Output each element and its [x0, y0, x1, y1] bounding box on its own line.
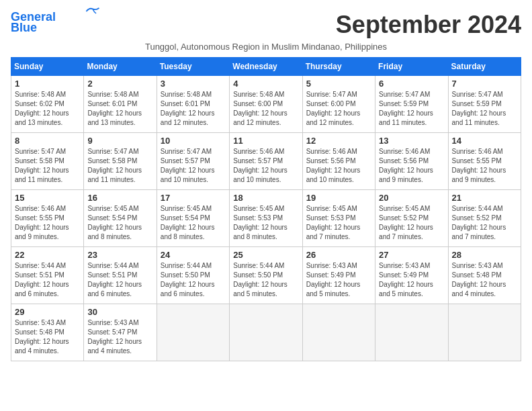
- day-number: 2: [87, 79, 152, 89]
- weekday-header-sunday: Sunday: [11, 58, 84, 76]
- day-number: 22: [15, 250, 80, 260]
- day-info: Sunrise: 5:47 AM Sunset: 5:58 PM Dayligh…: [87, 147, 152, 185]
- day-number: 6: [379, 79, 444, 89]
- calendar-cell: 24 Sunrise: 5:44 AM Sunset: 5:50 PM Dayl…: [157, 247, 229, 304]
- day-info: Sunrise: 5:47 AM Sunset: 6:00 PM Dayligh…: [306, 90, 371, 128]
- day-number: 21: [452, 193, 517, 203]
- day-info: Sunrise: 5:48 AM Sunset: 6:02 PM Dayligh…: [15, 90, 80, 128]
- calendar-cell: [157, 304, 229, 361]
- day-info: Sunrise: 5:43 AM Sunset: 5:49 PM Dayligh…: [306, 261, 371, 299]
- day-info: Sunrise: 5:44 AM Sunset: 5:51 PM Dayligh…: [87, 261, 152, 299]
- day-number: 5: [306, 79, 371, 89]
- calendar-cell: 1 Sunrise: 5:48 AM Sunset: 6:02 PM Dayli…: [11, 76, 84, 133]
- calendar-cell: 21 Sunrise: 5:44 AM Sunset: 5:52 PM Dayl…: [448, 190, 521, 247]
- weekday-header-saturday: Saturday: [448, 58, 521, 76]
- calendar-week-2: 8 Sunrise: 5:47 AM Sunset: 5:58 PM Dayli…: [11, 133, 521, 190]
- day-info: Sunrise: 5:45 AM Sunset: 5:53 PM Dayligh…: [306, 204, 371, 242]
- calendar-cell: [375, 304, 448, 361]
- calendar-cell: [302, 304, 375, 361]
- day-info: Sunrise: 5:44 AM Sunset: 5:51 PM Dayligh…: [15, 261, 80, 299]
- day-info: Sunrise: 5:45 AM Sunset: 5:53 PM Dayligh…: [233, 204, 298, 242]
- calendar-week-3: 15 Sunrise: 5:46 AM Sunset: 5:55 PM Dayl…: [11, 190, 521, 247]
- calendar-cell: 18 Sunrise: 5:45 AM Sunset: 5:53 PM Dayl…: [230, 190, 302, 247]
- day-info: Sunrise: 5:45 AM Sunset: 5:54 PM Dayligh…: [161, 204, 226, 242]
- header: General Blue September 2024: [11, 11, 521, 39]
- day-info: Sunrise: 5:44 AM Sunset: 5:50 PM Dayligh…: [161, 261, 226, 299]
- calendar-cell: 30 Sunrise: 5:43 AM Sunset: 5:47 PM Dayl…: [84, 304, 157, 361]
- calendar-cell: 8 Sunrise: 5:47 AM Sunset: 5:58 PM Dayli…: [11, 133, 84, 190]
- day-info: Sunrise: 5:46 AM Sunset: 5:56 PM Dayligh…: [306, 147, 371, 185]
- calendar-cell: 17 Sunrise: 5:45 AM Sunset: 5:54 PM Dayl…: [157, 190, 229, 247]
- day-number: 14: [452, 136, 517, 146]
- day-info: Sunrise: 5:48 AM Sunset: 6:00 PM Dayligh…: [233, 90, 298, 128]
- calendar-cell: 22 Sunrise: 5:44 AM Sunset: 5:51 PM Dayl…: [11, 247, 84, 304]
- calendar-cell: 2 Sunrise: 5:48 AM Sunset: 6:01 PM Dayli…: [84, 76, 157, 133]
- day-number: 26: [306, 250, 371, 260]
- calendar-week-1: 1 Sunrise: 5:48 AM Sunset: 6:02 PM Dayli…: [11, 76, 521, 133]
- calendar-week-5: 29 Sunrise: 5:43 AM Sunset: 5:48 PM Dayl…: [11, 304, 521, 361]
- day-number: 23: [87, 250, 152, 260]
- day-number: 19: [306, 193, 371, 203]
- calendar-cell: 7 Sunrise: 5:47 AM Sunset: 5:59 PM Dayli…: [448, 76, 521, 133]
- calendar-cell: 27 Sunrise: 5:43 AM Sunset: 5:49 PM Dayl…: [375, 247, 448, 304]
- day-number: 20: [379, 193, 444, 203]
- day-number: 10: [161, 136, 226, 146]
- day-number: 16: [87, 193, 152, 203]
- calendar-cell: [448, 304, 521, 361]
- calendar-cell: 10 Sunrise: 5:47 AM Sunset: 5:57 PM Dayl…: [157, 133, 229, 190]
- calendar-cell: 5 Sunrise: 5:47 AM Sunset: 6:00 PM Dayli…: [302, 76, 375, 133]
- logo-bird-icon: [85, 6, 100, 17]
- day-info: Sunrise: 5:43 AM Sunset: 5:49 PM Dayligh…: [379, 261, 444, 299]
- day-info: Sunrise: 5:47 AM Sunset: 5:58 PM Dayligh…: [15, 147, 80, 185]
- calendar-cell: 26 Sunrise: 5:43 AM Sunset: 5:49 PM Dayl…: [302, 247, 375, 304]
- month-title: September 2024: [336, 11, 521, 39]
- day-number: 27: [379, 250, 444, 260]
- day-info: Sunrise: 5:46 AM Sunset: 5:56 PM Dayligh…: [379, 147, 444, 185]
- calendar-cell: 28 Sunrise: 5:43 AM Sunset: 5:48 PM Dayl…: [448, 247, 521, 304]
- calendar-cell: 16 Sunrise: 5:45 AM Sunset: 5:54 PM Dayl…: [84, 190, 157, 247]
- day-number: 7: [452, 79, 517, 89]
- subtitle: Tunggol, Autonomous Region in Muslim Min…: [11, 42, 521, 52]
- day-number: 28: [452, 250, 517, 260]
- day-number: 18: [233, 193, 298, 203]
- day-info: Sunrise: 5:47 AM Sunset: 5:59 PM Dayligh…: [379, 90, 444, 128]
- day-info: Sunrise: 5:43 AM Sunset: 5:48 PM Dayligh…: [15, 318, 80, 356]
- day-info: Sunrise: 5:46 AM Sunset: 5:57 PM Dayligh…: [233, 147, 298, 185]
- day-info: Sunrise: 5:47 AM Sunset: 5:59 PM Dayligh…: [452, 90, 517, 128]
- day-info: Sunrise: 5:44 AM Sunset: 5:52 PM Dayligh…: [452, 204, 517, 242]
- weekday-header-friday: Friday: [375, 58, 448, 76]
- calendar-cell: 15 Sunrise: 5:46 AM Sunset: 5:55 PM Dayl…: [11, 190, 84, 247]
- calendar-cell: 6 Sunrise: 5:47 AM Sunset: 5:59 PM Dayli…: [375, 76, 448, 133]
- calendar-cell: 3 Sunrise: 5:48 AM Sunset: 6:01 PM Dayli…: [157, 76, 229, 133]
- calendar-cell: 9 Sunrise: 5:47 AM Sunset: 5:58 PM Dayli…: [84, 133, 157, 190]
- day-number: 13: [379, 136, 444, 146]
- calendar-cell: [230, 304, 302, 361]
- day-number: 12: [306, 136, 371, 146]
- day-info: Sunrise: 5:47 AM Sunset: 5:57 PM Dayligh…: [161, 147, 226, 185]
- day-number: 24: [161, 250, 226, 260]
- calendar-cell: 12 Sunrise: 5:46 AM Sunset: 5:56 PM Dayl…: [302, 133, 375, 190]
- weekday-header-monday: Monday: [84, 58, 157, 76]
- day-number: 1: [15, 79, 80, 89]
- day-info: Sunrise: 5:46 AM Sunset: 5:55 PM Dayligh…: [452, 147, 517, 185]
- calendar-week-4: 22 Sunrise: 5:44 AM Sunset: 5:51 PM Dayl…: [11, 247, 521, 304]
- weekday-header-tuesday: Tuesday: [157, 58, 229, 76]
- logo: General Blue: [11, 11, 100, 35]
- day-number: 11: [233, 136, 298, 146]
- calendar-cell: 4 Sunrise: 5:48 AM Sunset: 6:00 PM Dayli…: [230, 76, 302, 133]
- calendar-cell: 23 Sunrise: 5:44 AM Sunset: 5:51 PM Dayl…: [84, 247, 157, 304]
- day-number: 17: [161, 193, 226, 203]
- calendar-cell: 20 Sunrise: 5:45 AM Sunset: 5:52 PM Dayl…: [375, 190, 448, 247]
- day-number: 4: [233, 79, 298, 89]
- day-info: Sunrise: 5:48 AM Sunset: 6:01 PM Dayligh…: [161, 90, 226, 128]
- day-number: 15: [15, 193, 80, 203]
- day-info: Sunrise: 5:45 AM Sunset: 5:54 PM Dayligh…: [87, 204, 152, 242]
- day-number: 9: [87, 136, 152, 146]
- day-info: Sunrise: 5:43 AM Sunset: 5:47 PM Dayligh…: [87, 318, 152, 356]
- day-number: 30: [87, 307, 152, 317]
- day-info: Sunrise: 5:48 AM Sunset: 6:01 PM Dayligh…: [87, 90, 152, 128]
- calendar-cell: 19 Sunrise: 5:45 AM Sunset: 5:53 PM Dayl…: [302, 190, 375, 247]
- weekday-header-thursday: Thursday: [302, 58, 375, 76]
- calendar-cell: 13 Sunrise: 5:46 AM Sunset: 5:56 PM Dayl…: [375, 133, 448, 190]
- day-number: 25: [233, 250, 298, 260]
